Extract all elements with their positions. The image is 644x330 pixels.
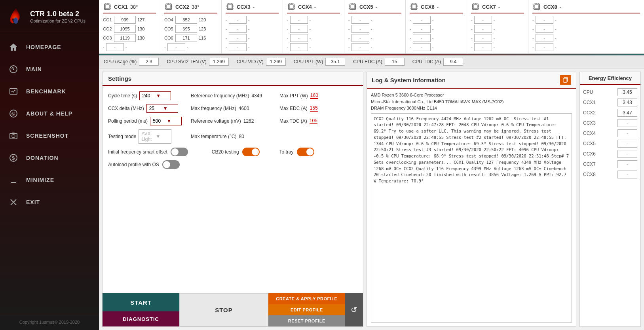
main-content: CCX1 38° CO1 127 CO2 130 CO3 130 - -: [99, 0, 644, 330]
ccx-freq-input-4-0[interactable]: [351, 16, 369, 24]
sidebar-item-screenshot[interactable]: SCREENSHOT: [0, 125, 99, 147]
start-button[interactable]: START: [103, 293, 179, 311]
ccx-freq-input-2-3[interactable]: [229, 43, 247, 51]
to-tray-toggle[interactable]: [297, 148, 314, 156]
to-tray-knob: [306, 148, 313, 156]
energy-val-3: -: [617, 119, 637, 127]
svg-rect-69: [351, 5, 355, 9]
ccx-val-dash-5-2: -: [432, 36, 434, 40]
ccx-freq-input-7-3[interactable]: [536, 43, 553, 51]
ccx-delta-label: CCX delta (MHz): [108, 106, 144, 111]
ccx-freq-input-5-0[interactable]: [413, 16, 431, 24]
ccx-freq-input-6-0[interactable]: [474, 16, 492, 24]
polling-select[interactable]: 500 ▼: [150, 117, 182, 125]
ccx-freq-input-6-2[interactable]: [474, 34, 492, 42]
ccx-freq-input-2-2[interactable]: [229, 34, 247, 42]
log-header: Log & System Information: [367, 72, 576, 89]
ccx-freq-input-0-0[interactable]: [114, 16, 136, 24]
status-label-2: CPU VID (V): [237, 59, 264, 64]
sidebar-item-about[interactable]: © ABOUT & HELP: [0, 102, 99, 125]
sidebar-item-benchmark[interactable]: BENCHMARK: [0, 80, 99, 102]
energy-val-6: -: [617, 150, 637, 158]
diagnostic-button[interactable]: DIAGNOSTIC: [103, 311, 179, 326]
refresh-button[interactable]: ↺: [345, 293, 363, 326]
ccx-delta-select[interactable]: 25 ▼: [146, 104, 178, 113]
cycle-time-select[interactable]: 240 ▼: [139, 91, 171, 100]
ccx-freq-input-5-3[interactable]: [413, 43, 431, 51]
ccx-freq-input-0-3[interactable]: [106, 43, 124, 51]
testing-mode-select[interactable]: AVX Light ▼: [139, 129, 171, 144]
cb20-label: CB20 testing: [212, 149, 239, 155]
donation-icon: $: [8, 152, 19, 163]
ccx-temp-0: 38°: [130, 4, 138, 10]
ccx-core-row-5-3: - -: [410, 43, 463, 51]
stop-button[interactable]: STOP: [179, 293, 268, 326]
ccx-freq-input-7-1[interactable]: [536, 25, 553, 33]
benchmark-icon: [8, 86, 19, 97]
ccx-core-row-2-0: - -: [226, 16, 279, 24]
ccx-freq-input-6-3[interactable]: [474, 43, 492, 51]
status-value-2: 1.269: [266, 58, 286, 66]
sidebar-item-main[interactable]: MAIN: [0, 58, 99, 80]
reset-profile-button[interactable]: RESET PROFILE: [268, 315, 345, 326]
ccx-core-row-4-2: - -: [348, 34, 401, 42]
cycle-time-arrow: ▼: [156, 93, 168, 99]
energy-label-4: CCX4: [583, 131, 596, 136]
ccx-freq-input-2-0[interactable]: [229, 16, 247, 24]
ccx-freq-input-1-0[interactable]: [175, 16, 197, 24]
energy-row-2: CCX2 3.47: [583, 109, 637, 117]
home-icon: [8, 42, 19, 53]
sidebar-item-donation[interactable]: $ DONATION: [0, 147, 99, 169]
ccx-freq-input-3-3[interactable]: [290, 43, 308, 51]
ccx-val-dash-3-0: -: [310, 17, 311, 22]
max-tdc-value: 105: [310, 118, 317, 124]
ccx-freq-input-1-3[interactable]: [167, 43, 185, 51]
ccx-freq-input-7-0[interactable]: [536, 16, 553, 24]
sidebar-item-minimize[interactable]: MINIMIZE: [0, 169, 99, 191]
ccx-core-row-1-0: CO4 120: [164, 16, 217, 24]
ccx-freq-input-5-2[interactable]: [413, 34, 431, 42]
ccx-label-dash-5-1: -: [410, 27, 411, 31]
max-ppt-label: Max PPT (W): [279, 93, 308, 99]
svg-rect-27: [167, 5, 171, 9]
ccx-freq-input-4-1[interactable]: [351, 25, 369, 33]
ccx-freq-input-1-1[interactable]: [175, 25, 197, 33]
ccx-freq-input-3-0[interactable]: [290, 16, 308, 24]
ccx-core-row-5-1: - -: [410, 25, 463, 33]
ccx-freq-input-1-2[interactable]: [175, 34, 197, 42]
ccx-freq-input-0-2[interactable]: [114, 34, 136, 42]
ccx-core-row-0-1: CO2 130: [103, 25, 156, 33]
exit-icon: [8, 197, 19, 208]
ccx-val-dash-7-2: -: [555, 36, 557, 40]
energy-row-3: CCX3 -: [583, 119, 637, 127]
app-title: CTR 1.0 beta 2: [30, 10, 85, 19]
ccx-freq-input-5-1[interactable]: [413, 25, 431, 33]
ccx-temp-6: -: [498, 4, 500, 10]
log-copy-button[interactable]: [560, 75, 571, 85]
edit-profile-button[interactable]: EDIT PROFILE: [268, 304, 345, 315]
ccx-val-dash-2-2: -: [248, 36, 250, 40]
ccx-freq-input-4-3[interactable]: [351, 43, 369, 51]
ccx-freq-input-7-2[interactable]: [536, 34, 553, 42]
sidebar-item-exit[interactable]: EXIT: [0, 191, 99, 213]
svg-point-0: [13, 17, 18, 24]
autoload-toggle[interactable]: [162, 160, 180, 169]
ccx-freq-input-4-2[interactable]: [351, 34, 369, 42]
svg-rect-3: [10, 89, 17, 94]
cb20-toggle[interactable]: [242, 148, 260, 156]
ccx-core-label-0-1: CO2: [103, 27, 112, 31]
smart-offset-toggle[interactable]: [171, 148, 188, 156]
about-icon: ©: [8, 108, 19, 119]
ccx-freq-input-0-1[interactable]: [114, 25, 136, 33]
ccx-freq-input-2-1[interactable]: [229, 25, 247, 33]
create-profile-button[interactable]: CREATE & APPLY PROFILE: [268, 293, 345, 304]
ccx-freq-input-3-1[interactable]: [290, 25, 308, 33]
ccx-label-dash-2-2: -: [226, 36, 227, 40]
ccx-freq-input-3-2[interactable]: [290, 34, 308, 42]
smart-offset-label: Initial frequency smart offset: [108, 149, 167, 155]
sidebar-item-homepage[interactable]: HOMEPAGE: [0, 36, 99, 58]
ccx-freq-input-6-1[interactable]: [474, 25, 492, 33]
ccx-val-dash-2-0: -: [248, 17, 250, 22]
settings-header: Settings: [103, 72, 363, 86]
log-content[interactable]: CCX2 Quality 116 Frequency 4424 MHz Volt…: [371, 113, 572, 323]
